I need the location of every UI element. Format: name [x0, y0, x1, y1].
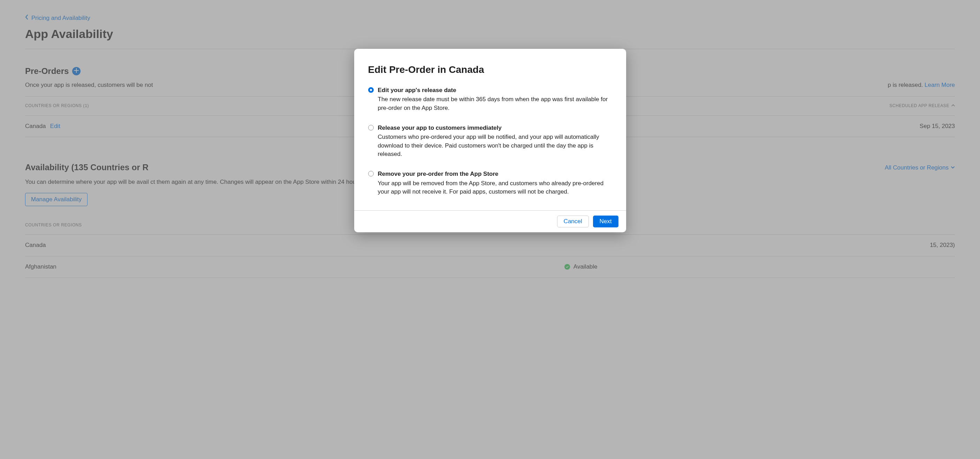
modal-title: Edit Pre-Order in Canada: [368, 63, 612, 77]
option-description: Customers who pre-ordered your app will …: [378, 133, 612, 159]
modal-overlay: Edit Pre-Order in Canada Edit your app's…: [0, 0, 980, 278]
cancel-button[interactable]: Cancel: [557, 215, 589, 228]
option-title: Edit your app's release date: [378, 86, 612, 95]
edit-preorder-modal: Edit Pre-Order in Canada Edit your app's…: [354, 49, 626, 232]
option-title: Remove your pre-order from the App Store: [378, 170, 612, 178]
option-description: The new release date must be within 365 …: [378, 95, 612, 112]
option-release-immediately[interactable]: Release your app to customers immediatel…: [368, 124, 612, 159]
option-edit-release-date[interactable]: Edit your app's release date The new rel…: [368, 86, 612, 113]
radio-selected-icon[interactable]: [368, 87, 374, 93]
radio-unselected-icon[interactable]: [368, 171, 374, 177]
radio-unselected-icon[interactable]: [368, 125, 374, 131]
option-title: Release your app to customers immediatel…: [378, 124, 612, 132]
option-remove-preorder[interactable]: Remove your pre-order from the App Store…: [368, 170, 612, 196]
option-description: Your app will be removed from the App St…: [378, 179, 612, 196]
next-button[interactable]: Next: [593, 215, 619, 228]
